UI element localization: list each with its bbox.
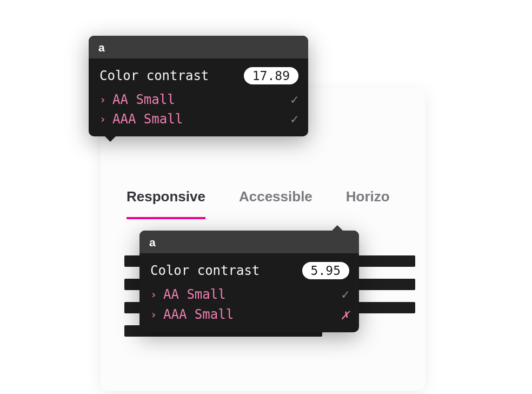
tooltip-body: Color contrast 17.89 › AA Small ✓ › AAA …	[89, 58, 308, 136]
check-icon: ✓	[291, 111, 298, 127]
tooltip-pointer-icon	[332, 225, 343, 231]
criteria-left: › AA Small	[150, 287, 226, 302]
criteria-row-aaa: › AAA Small ✗	[150, 306, 349, 323]
contrast-label: Color contrast	[99, 68, 209, 83]
cross-icon: ✗	[341, 306, 349, 323]
tab-label: Horizo	[346, 188, 390, 205]
contrast-label: Color contrast	[150, 263, 260, 278]
criteria-label: AA Small	[112, 92, 175, 107]
tab-label: Accessible	[239, 188, 312, 205]
criteria-row-aaa: › AAA Small ✓	[99, 111, 298, 127]
contrast-tooltip-1: a Color contrast 17.89 › AA Small ✓ › AA…	[89, 36, 308, 136]
criteria-left: › AAA Small	[150, 307, 234, 322]
tooltip-header: a	[139, 231, 359, 253]
tab-responsive[interactable]: Responsive	[127, 188, 205, 219]
contrast-value-badge: 5.95	[302, 262, 349, 279]
contrast-value-badge: 17.89	[244, 67, 298, 84]
criteria-label: AAA Small	[163, 307, 234, 322]
tooltip-header-sample: a	[149, 236, 156, 248]
criteria-label: AA Small	[163, 287, 226, 302]
criteria-row-aa: › AA Small ✓	[150, 287, 349, 302]
tabs-bar: Responsive Accessible Horizo	[101, 188, 425, 219]
tooltip-pointer-icon	[105, 136, 116, 142]
check-icon: ✓	[342, 287, 349, 302]
criteria-left: › AAA Small	[99, 111, 183, 127]
chevron-icon: ›	[150, 288, 157, 301]
criteria-left: › AA Small	[99, 92, 175, 107]
contrast-row: Color contrast 17.89	[99, 67, 298, 84]
criteria-label: AAA Small	[112, 111, 183, 127]
tooltip-header-sample: a	[98, 41, 105, 54]
contrast-tooltip-2: a Color contrast 5.95 › AA Small ✓ › AAA…	[139, 231, 359, 332]
contrast-row: Color contrast 5.95	[150, 262, 349, 279]
chevron-icon: ›	[99, 113, 106, 126]
check-icon: ✓	[291, 92, 298, 107]
tab-horizontal[interactable]: Horizo	[346, 188, 390, 217]
tab-accessible[interactable]: Accessible	[239, 188, 312, 217]
tab-label: Responsive	[127, 188, 205, 205]
chevron-icon: ›	[150, 308, 157, 321]
chevron-icon: ›	[99, 93, 106, 106]
tooltip-body: Color contrast 5.95 › AA Small ✓ › AAA S…	[139, 253, 359, 332]
criteria-row-aa: › AA Small ✓	[99, 92, 298, 107]
tooltip-header: a	[89, 36, 308, 58]
